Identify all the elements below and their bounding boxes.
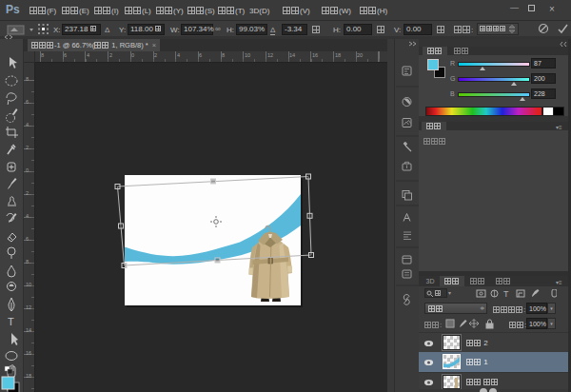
svg-text:T: T — [503, 289, 509, 298]
svg-text:T: T — [8, 316, 14, 327]
